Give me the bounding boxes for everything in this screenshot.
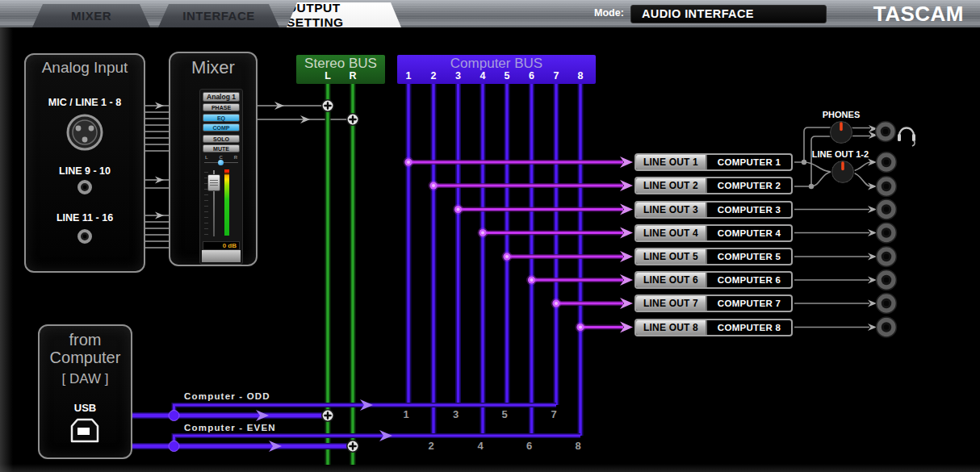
jack-6 xyxy=(877,270,897,290)
route-tap-dots xyxy=(404,157,586,333)
computer-bus-8: 8 xyxy=(575,70,586,81)
input-label-mic-line-1-8: MIC / LINE 1 - 8 xyxy=(26,97,144,108)
computer-bus-6: 6 xyxy=(526,70,538,81)
phones-jack xyxy=(876,122,896,142)
line-out-1-source-select[interactable]: COMPUTER 1 xyxy=(707,155,791,169)
jack-8 xyxy=(877,317,897,337)
level-meter xyxy=(224,169,229,236)
output-jacks xyxy=(876,122,897,338)
strip-footer xyxy=(202,250,241,262)
line-out-row-5: LINE OUT 5 COMPUTER 5 xyxy=(634,248,793,265)
jack-4 xyxy=(877,223,897,243)
line-out-6-source-select[interactable]: COMPUTER 6 xyxy=(707,273,791,287)
mute-button[interactable]: MUTE xyxy=(203,144,240,152)
line-out-4-label: LINE OUT 4 xyxy=(636,226,707,240)
bus-to-lineout-routes xyxy=(408,162,623,328)
from-computer-block: from Computer [ DAW ] USB xyxy=(38,324,132,459)
input-label-line-9-10: LINE 9 - 10 xyxy=(26,165,144,177)
tascam-logo: TASCAM xyxy=(873,2,964,27)
phones-volume-knob[interactable] xyxy=(830,121,853,144)
line-out-row-6: LINE OUT 6 COMPUTER 6 xyxy=(634,271,793,289)
computer-even-label: Computer - EVEN xyxy=(184,423,276,432)
line-out-5-label: LINE OUT 5 xyxy=(636,249,707,264)
computer-odd-label: Computer - ODD xyxy=(184,391,270,401)
computer-bus-header: Computer BUS 1 2 3 4 5 6 7 8 xyxy=(397,55,596,84)
stereo-bus-lines xyxy=(328,84,353,465)
pan-knob[interactable] xyxy=(218,160,224,165)
line-out-row-4: LINE OUT 4 COMPUTER 4 xyxy=(634,224,793,242)
even-tap-2: 2 xyxy=(425,440,438,452)
pan-control: L C R xyxy=(203,155,240,165)
usb-junction-dots xyxy=(169,411,179,452)
tab-interface[interactable]: INTERFACE xyxy=(158,4,279,27)
computer-bus-4: 4 xyxy=(477,70,488,81)
sum-nodes xyxy=(322,100,358,452)
even-tap-4: 4 xyxy=(474,440,487,452)
stereo-bus-l: L xyxy=(322,70,333,81)
mode-select[interactable]: AUDIO INTERFACE xyxy=(630,5,827,23)
line-out-2-source-select[interactable]: COMPUTER 2 xyxy=(707,178,791,193)
stereo-bus-title: Stereo BUS xyxy=(296,55,385,72)
line-out-2-label: LINE OUT 2 xyxy=(636,178,707,193)
computer-bus-1: 1 xyxy=(403,70,414,81)
stereo-bus-header: Stereo BUS L R xyxy=(296,55,385,84)
output-split-dots xyxy=(802,160,814,189)
comp-button[interactable]: COMP xyxy=(203,123,240,132)
line-out-3-source-select[interactable]: COMPUTER 3 xyxy=(707,203,791,217)
computer-bus-2: 2 xyxy=(428,70,439,81)
input-label-line-11-16: LINE 11 - 16 xyxy=(26,212,144,223)
gain-readout: 0 dB xyxy=(203,241,240,250)
line-out-row-8: LINE OUT 8 COMPUTER 8 xyxy=(634,319,793,336)
tab-mixer[interactable]: MIXER xyxy=(32,4,150,27)
route-arrows xyxy=(620,157,633,333)
phase-button[interactable]: PHASE xyxy=(203,103,240,111)
line-out-5-source-select[interactable]: COMPUTER 5 xyxy=(707,249,791,264)
from-computer-line2: Computer xyxy=(40,349,131,366)
computer-bus-lines xyxy=(408,84,580,436)
jack-1 xyxy=(877,152,897,173)
odd-tap-5: 5 xyxy=(498,408,511,420)
mixer-channel-strip: Analog 1 PHASE EQ COMP SOLO MUTE L C R 0… xyxy=(199,89,243,265)
line-out-row-1: LINE OUT 1 COMPUTER 1 xyxy=(634,153,793,171)
solo-button[interactable]: SOLO xyxy=(203,135,240,143)
mixer-title: Mixer xyxy=(170,57,256,78)
phones-label: PHONES xyxy=(817,110,865,119)
channel-select-button[interactable]: Analog 1 xyxy=(203,92,240,102)
mixer-block: Mixer Analog 1 PHASE EQ COMP SOLO MUTE L… xyxy=(169,52,258,266)
lineout12-volume-knob[interactable] xyxy=(831,161,855,184)
line-out-8-source-select[interactable]: COMPUTER 8 xyxy=(707,320,791,335)
line-out-row-3: LINE OUT 3 COMPUTER 3 xyxy=(634,201,793,219)
headphones-icon xyxy=(898,128,915,147)
analog-input-title: Analog Input xyxy=(26,59,144,77)
analog-input-block: Analog Input MIC / LINE 1 - 8 LINE 9 - 1… xyxy=(24,53,145,273)
fader-handle[interactable] xyxy=(207,174,220,191)
line-out-7-source-select[interactable]: COMPUTER 7 xyxy=(707,296,791,311)
odd-tap-7: 7 xyxy=(547,408,560,420)
odd-tap-3: 3 xyxy=(450,408,463,420)
computer-bus-title: Computer BUS xyxy=(397,55,596,72)
jack-5 xyxy=(877,247,897,267)
line-out-7-label: LINE OUT 7 xyxy=(636,296,707,311)
line-out-4-source-select[interactable]: COMPUTER 4 xyxy=(707,226,791,240)
mode-label: Mode: xyxy=(594,7,624,19)
line-out-row-7: LINE OUT 7 COMPUTER 7 xyxy=(634,294,793,312)
tab-output-setting[interactable]: OUTPUT SETTING xyxy=(287,2,401,27)
analog-input-arrows xyxy=(155,102,164,219)
even-tap-6: 6 xyxy=(523,440,536,452)
even-tap-8: 8 xyxy=(572,440,584,452)
eq-button[interactable]: EQ xyxy=(203,114,240,122)
jack-7 xyxy=(877,294,897,314)
odd-tap-1: 1 xyxy=(400,408,413,420)
usb-label: USB xyxy=(40,402,131,414)
jack-2 xyxy=(877,177,897,197)
computer-bus-3: 3 xyxy=(453,70,464,81)
from-computer-daw: [ DAW ] xyxy=(40,371,131,387)
from-computer-line1: from xyxy=(40,331,131,349)
panel-edge-left xyxy=(0,27,13,472)
computer-bus-7: 7 xyxy=(551,70,562,81)
line-out-3-label: LINE OUT 3 xyxy=(636,203,707,217)
mixer-output-wires xyxy=(258,102,347,123)
stereo-bus-r: R xyxy=(347,70,358,81)
usb-routing-arrows xyxy=(256,399,392,452)
analog-input-wires xyxy=(145,106,169,248)
